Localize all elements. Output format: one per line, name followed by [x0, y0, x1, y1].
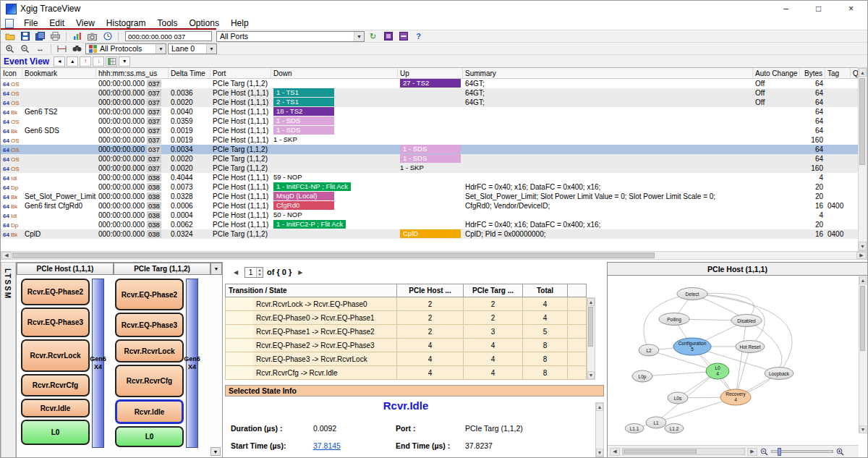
menu-tools[interactable]: Tools: [152, 18, 184, 28]
zoom-out-icon[interactable]: [18, 43, 32, 54]
chevron-down-icon[interactable]: ▼: [354, 32, 364, 41]
ltssm-state[interactable]: Rcvr.EQ-Phase2: [21, 279, 90, 305]
ltssm-dropdown-icon[interactable]: ▼: [210, 263, 222, 275]
sort-up-icon[interactable]: ↑: [80, 56, 91, 67]
scroll-down-icon[interactable]: ▼: [587, 371, 595, 379]
ltssm-node-l0[interactable]: L04: [706, 363, 729, 379]
col-port[interactable]: Port: [210, 68, 271, 78]
table-row[interactable]: 64OS 000:00:00.000037 0.0036 PCIe Host (…: [1, 88, 867, 98]
ltssm-state[interactable]: Rcvr.EQ-Phase2: [115, 279, 184, 310]
ltssm-node-l1[interactable]: L1: [646, 417, 666, 428]
print-icon[interactable]: [48, 31, 62, 42]
refresh-icon[interactable]: ↻: [366, 31, 380, 42]
ltssm-targ-header[interactable]: PCIe Targ (1,1,2): [114, 263, 210, 275]
expert-icon[interactable]: [396, 31, 410, 42]
transition-row[interactable]: Rcvr.RcvrLock -> Rcvr.EQ-Phase0 2 2 4: [225, 297, 595, 311]
table-row[interactable]: 64OS 000:00:00.000037 0.0359 PCIe Host (…: [1, 116, 867, 126]
table-row[interactable]: 64OS 000:00:00.000037 0.0020 PCIe Targ (…: [1, 154, 867, 164]
ltssm-state[interactable]: Rcvr.RcvrLock: [21, 339, 90, 372]
scroll-up-icon[interactable]: ▲: [859, 276, 867, 284]
scroll-left-icon[interactable]: ◀: [1, 252, 12, 259]
hscroll-thumb[interactable]: [624, 449, 697, 454]
table-row[interactable]: 64Idl 000:00:00.000038 0.4044 PCIe Host …: [1, 173, 867, 182]
ltssm-node-hot-reset[interactable]: Hot Reset: [736, 341, 765, 353]
zoom-out-icon[interactable]: [760, 447, 769, 457]
ltssm-node-disabled[interactable]: Disabled: [731, 315, 762, 327]
minimize-icon[interactable]: –: [770, 1, 802, 17]
ltssm-state-l0[interactable]: L0: [21, 420, 90, 445]
ltssm-node-l2[interactable]: L2: [639, 344, 659, 356]
ports-dropdown[interactable]: All Ports▼: [216, 31, 365, 42]
ltssm-state[interactable]: Rcvr.RcvrLock: [115, 339, 184, 362]
menu-histogram[interactable]: Histogram: [101, 18, 152, 28]
ltssm-state-l0[interactable]: L0: [115, 426, 184, 447]
page-prev-icon[interactable]: ◀: [231, 267, 241, 277]
menu-view[interactable]: View: [70, 18, 101, 28]
ltssm-state[interactable]: Rcvr.Idle: [21, 399, 90, 417]
col-total[interactable]: Total: [523, 284, 568, 297]
chevron-down-icon[interactable]: ▼: [156, 44, 166, 54]
ltssm-node-recovery[interactable]: Recovery4: [720, 389, 751, 405]
zoom-slider-thumb[interactable]: [778, 448, 781, 456]
info-vscrollbar[interactable]: ▲ ▼: [595, 402, 604, 457]
transition-row[interactable]: Rcvr.EQ-Phase2 -> Rcvr.EQ-Phase3 4 4 8: [225, 339, 595, 352]
table-row[interactable]: 64Dp 000:00:00.000038 0.0062 PCIe Host (…: [1, 220, 867, 229]
col-delta[interactable]: Delta Time: [169, 68, 210, 78]
transition-row[interactable]: Rcvr.EQ-Phase1 -> Rcvr.EQ-Phase2 2 3 5: [225, 325, 595, 339]
scroll-down-icon[interactable]: ▼: [859, 242, 867, 250]
vscroll-thumb[interactable]: [860, 286, 865, 351]
menu-help[interactable]: Help: [225, 18, 255, 28]
zoom-fit-icon[interactable]: ↔: [33, 43, 47, 54]
save-icon[interactable]: [18, 31, 32, 42]
col-icon[interactable]: Icon: [1, 68, 22, 78]
table-row[interactable]: 64OS 000:00:00.000037 PCIe Targ (1,1,2) …: [1, 79, 867, 88]
binoculars-icon[interactable]: [70, 43, 84, 54]
menu-file[interactable]: File: [18, 18, 43, 28]
zoom-in-icon[interactable]: [3, 43, 17, 54]
ltssm-scroll-icon[interactable]: ▼: [210, 447, 221, 456]
table-row[interactable]: 64Dp 000:00:00.000038 0.0073 PCIe Host (…: [1, 182, 867, 192]
col-down[interactable]: Down: [271, 68, 398, 78]
maximize-icon[interactable]: □: [802, 1, 835, 17]
ltssm-state[interactable]: Rcvr.EQ-Phase3: [21, 308, 90, 337]
spinner-arrows[interactable]: ▲▼: [256, 268, 263, 277]
table-row[interactable]: 64OS 000:00:00.000037 0.0020 PCIe Targ (…: [1, 164, 867, 173]
grid-icon[interactable]: [106, 56, 117, 67]
col-host-count[interactable]: PCIe Host ...: [397, 284, 464, 297]
ltssm-node-l1-1[interactable]: L1.1: [625, 424, 644, 433]
trace-vscrollbar[interactable]: ▲ ▼: [858, 67, 867, 251]
trigger-time-field[interactable]: 000:00:00.000 037: [125, 31, 212, 41]
scroll-up-icon[interactable]: ▲: [859, 68, 867, 77]
table-row[interactable]: 64Idl 000:00:00.000038 0.0004 PCIe Host …: [1, 211, 867, 220]
col-bytes[interactable]: Bytes: [800, 68, 825, 78]
trace-hscrollbar[interactable]: ◀ ▶: [1, 251, 867, 260]
page-spinner[interactable]: 1 ▲▼: [244, 267, 263, 278]
table-row[interactable]: 64Bk Set_Slot_Power_Limit 000:00:00.0000…: [1, 192, 867, 201]
scroll-left-icon[interactable]: ◀: [610, 448, 620, 456]
vscroll-thumb[interactable]: [588, 307, 593, 347]
table-row[interactable]: 64Bk CplD 000:00:00.000038 0.0324 PCIe T…: [1, 229, 867, 239]
ltssm-state[interactable]: Rcvr.EQ-Phase3: [115, 313, 184, 337]
sort-down-icon[interactable]: ↓: [93, 56, 104, 67]
hscroll-thumb[interactable]: [12, 253, 655, 258]
hscroll-track[interactable]: [12, 252, 856, 259]
transition-vscrollbar[interactable]: ▲ ▼: [587, 297, 595, 380]
zoom-slider[interactable]: [771, 450, 833, 453]
table-row[interactable]: 64OS 000:00:00.000037 0.0034 PCIe Targ (…: [1, 145, 867, 154]
col-summary[interactable]: Summary: [463, 68, 753, 78]
ltssm-state-selected[interactable]: Rcvr.Idle: [115, 399, 184, 424]
diagram-hscroll-track[interactable]: [622, 448, 745, 455]
close-icon[interactable]: ×: [835, 1, 867, 17]
col-tag[interactable]: Tag: [825, 68, 851, 78]
ltssm-node-configuration[interactable]: Configuration5: [673, 338, 711, 355]
col-transition[interactable]: Transition / State: [225, 284, 397, 297]
lane-dropdown[interactable]: Lane 0▼: [168, 43, 217, 54]
clock-icon[interactable]: [101, 31, 114, 42]
col-time[interactable]: hhh:mm:ss.ms_us: [96, 68, 169, 78]
zoom-in-icon[interactable]: [835, 447, 845, 457]
scroll-down-icon[interactable]: ▼: [859, 425, 867, 433]
diagram-vscrollbar[interactable]: ▲ ▼: [859, 276, 867, 433]
protocols-dropdown[interactable]: All Protocols▼: [85, 43, 166, 54]
ltssm-node-loopback[interactable]: Loopback: [765, 368, 793, 380]
pin-icon[interactable]: ▴: [67, 56, 78, 67]
